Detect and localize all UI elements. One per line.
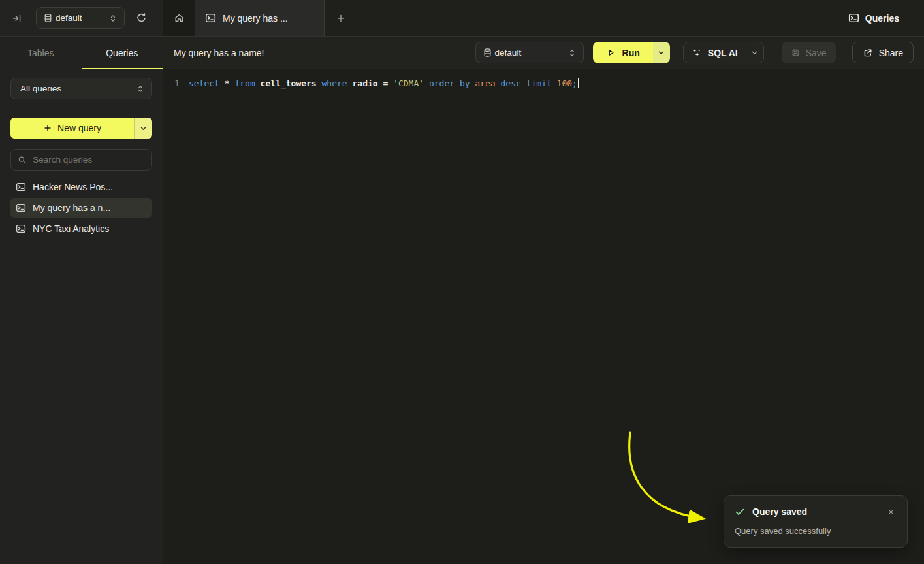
query-icon bbox=[16, 203, 26, 213]
queries-page-label[interactable]: Queries bbox=[865, 13, 899, 24]
query-search bbox=[10, 149, 152, 171]
share-button-label: Share bbox=[879, 48, 903, 58]
query-tab-icon bbox=[205, 12, 216, 24]
tab-my-query[interactable]: My query has ... bbox=[195, 0, 325, 36]
plus-icon bbox=[43, 124, 52, 133]
query-list-item[interactable]: NYC Taxi Analytics bbox=[10, 219, 152, 239]
toast-query-saved: Query saved Query saved successfully bbox=[724, 495, 908, 548]
database-selector-value: default bbox=[53, 13, 108, 23]
query-list-item-label: My query has a n... bbox=[33, 203, 110, 213]
new-query-split-button: New query bbox=[10, 118, 152, 139]
run-split-button: Run bbox=[593, 42, 670, 63]
play-icon bbox=[606, 48, 616, 58]
sidebar-tabs: Tables Queries bbox=[0, 37, 163, 69]
updown-chevron-icon bbox=[567, 48, 577, 58]
refresh-icon bbox=[136, 12, 147, 24]
query-filter-select[interactable]: All queries bbox=[10, 78, 152, 99]
query-icon bbox=[16, 182, 26, 192]
line-number: 1 bbox=[163, 76, 189, 90]
toast-header: Query saved bbox=[735, 506, 897, 518]
home-icon bbox=[174, 12, 185, 24]
query-list: Hacker News Pos... My query has a n... N… bbox=[10, 177, 152, 239]
text-cursor bbox=[578, 78, 579, 88]
query-list-item[interactable]: Hacker News Pos... bbox=[10, 177, 152, 197]
sidebar-tab-tables[interactable]: Tables bbox=[0, 37, 82, 69]
run-button-label: Run bbox=[622, 48, 640, 58]
sql-console-app: default My query has ... bbox=[0, 0, 924, 564]
plus-icon bbox=[336, 13, 346, 24]
query-filter-value: All queries bbox=[18, 84, 136, 93]
close-icon bbox=[887, 508, 895, 516]
search-icon bbox=[18, 155, 26, 165]
save-button[interactable]: Save bbox=[782, 42, 836, 63]
sql-ai-options-button[interactable] bbox=[746, 42, 763, 63]
query-list-item[interactable]: My query has a n... bbox=[10, 198, 152, 218]
new-query-label: New query bbox=[57, 123, 101, 133]
updown-chevron-icon bbox=[108, 14, 118, 23]
share-icon bbox=[863, 48, 873, 58]
editor-actions: default Run bbox=[475, 42, 914, 63]
save-icon bbox=[791, 48, 801, 58]
home-button[interactable] bbox=[163, 0, 195, 36]
refresh-button[interactable] bbox=[132, 9, 150, 27]
collapse-sidebar-icon bbox=[12, 13, 22, 24]
query-list-item-label: Hacker News Pos... bbox=[33, 182, 113, 192]
annotation-arrow bbox=[624, 429, 728, 533]
top-bar-sidebar-section: default bbox=[0, 0, 163, 36]
query-icon bbox=[16, 224, 26, 234]
sidebar: Tables Queries All queries New query bbox=[0, 37, 163, 564]
new-query-dropdown-button[interactable] bbox=[134, 118, 152, 139]
check-icon bbox=[735, 506, 745, 517]
search-queries-input[interactable] bbox=[31, 154, 145, 165]
run-button[interactable]: Run bbox=[593, 42, 653, 63]
editor-database-selector[interactable]: default bbox=[475, 42, 584, 63]
query-list-item-label: NYC Taxi Analytics bbox=[33, 224, 109, 234]
top-bar-right: Queries bbox=[357, 0, 924, 36]
top-bar: default My query has ... bbox=[0, 0, 924, 37]
sparkles-icon bbox=[692, 48, 702, 58]
new-tab-button[interactable] bbox=[325, 0, 357, 36]
sql-tokens: select * from cell_towers where radio = … bbox=[189, 78, 577, 88]
sidebar-tab-queries[interactable]: Queries bbox=[82, 37, 163, 69]
query-title[interactable]: My query has a name! bbox=[174, 48, 264, 58]
chevron-down-icon bbox=[750, 48, 759, 57]
new-query-button[interactable]: New query bbox=[10, 118, 134, 139]
collapse-sidebar-button[interactable] bbox=[8, 9, 26, 27]
main-area: My query has a name! default bbox=[163, 37, 924, 564]
queries-icon bbox=[848, 12, 859, 24]
chevron-down-icon bbox=[657, 48, 665, 57]
save-button-label: Save bbox=[806, 48, 827, 58]
sql-editor[interactable]: 1 select * from cell_towers where radio … bbox=[163, 69, 924, 90]
database-icon bbox=[43, 13, 53, 23]
toast-title: Query saved bbox=[752, 506, 807, 517]
updown-chevron-icon bbox=[136, 84, 145, 93]
share-button[interactable]: Share bbox=[852, 42, 914, 63]
run-options-button[interactable] bbox=[653, 42, 670, 63]
toast-message: Query saved successfully bbox=[735, 526, 897, 536]
sql-ai-split-button: SQL AI bbox=[683, 42, 764, 63]
database-icon bbox=[483, 48, 492, 58]
editor-header: My query has a name! default bbox=[163, 37, 924, 69]
chevron-down-icon bbox=[139, 124, 148, 133]
database-selector[interactable]: default bbox=[36, 7, 125, 29]
sql-ai-label: SQL AI bbox=[708, 48, 738, 58]
sql-code-line[interactable]: select * from cell_towers where radio = … bbox=[189, 76, 579, 90]
toast-close-button[interactable] bbox=[885, 506, 897, 518]
editor-database-value: default bbox=[492, 48, 567, 58]
sql-ai-button[interactable]: SQL AI bbox=[684, 42, 746, 63]
tab-label: My query has ... bbox=[223, 13, 288, 24]
